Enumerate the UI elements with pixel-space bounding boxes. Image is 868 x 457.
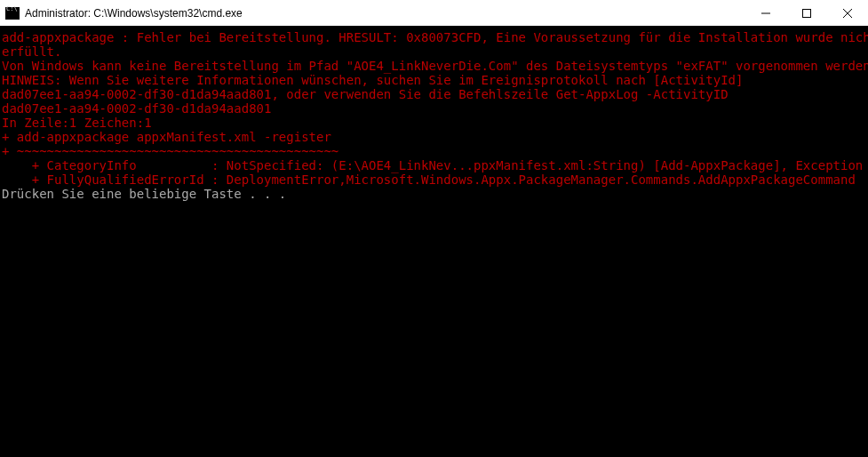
terminal-prompt-line: Drücken Sie eine beliebige Taste . . .: [2, 187, 866, 201]
terminal-line: add-appxpackage : Fehler bei Bereitstell…: [2, 30, 866, 44]
terminal-line: + FullyQualifiedErrorId : DeploymentErro…: [2, 172, 866, 187]
terminal-line: erfüllt.: [2, 44, 866, 59]
terminal-line: Von Windows kann keine Bereitstellung im…: [2, 59, 866, 73]
maximize-button[interactable]: [786, 0, 827, 26]
minimize-icon: [761, 9, 770, 18]
terminal-line: HINWEIS: Wenn Sie weitere Informationen …: [2, 73, 866, 87]
window-title: Administrator: C:\Windows\system32\cmd.e…: [25, 7, 243, 20]
terminal-line: + add-appxpackage appxManifest.xml -regi…: [2, 130, 866, 144]
window-controls: [745, 0, 868, 26]
cmd-icon: C:\: [5, 7, 20, 20]
maximize-icon: [802, 9, 811, 18]
svg-rect-1: [803, 9, 811, 17]
terminal-line: In Zeile:1 Zeichen:1: [2, 116, 866, 130]
window-titlebar: C:\ Administrator: C:\Windows\system32\c…: [0, 0, 868, 27]
terminal-line: dad07ee1-aa94-0002-df30-d1da94aad801, od…: [2, 87, 866, 101]
close-icon: [843, 9, 852, 18]
titlebar-left: C:\ Administrator: C:\Windows\system32\c…: [0, 7, 243, 20]
close-button[interactable]: [827, 0, 868, 26]
terminal-line: + ~~~~~~~~~~~~~~~~~~~~~~~~~~~~~~~~~~~~~~…: [2, 144, 866, 158]
terminal-line: + CategoryInfo : NotSpecified: (E:\AOE4_…: [2, 158, 866, 172]
terminal-output[interactable]: add-appxpackage : Fehler bei Bereitstell…: [0, 27, 868, 457]
minimize-button[interactable]: [745, 0, 786, 26]
terminal-line: dad07ee1-aa94-0002-df30-d1da94aad801: [2, 101, 866, 116]
